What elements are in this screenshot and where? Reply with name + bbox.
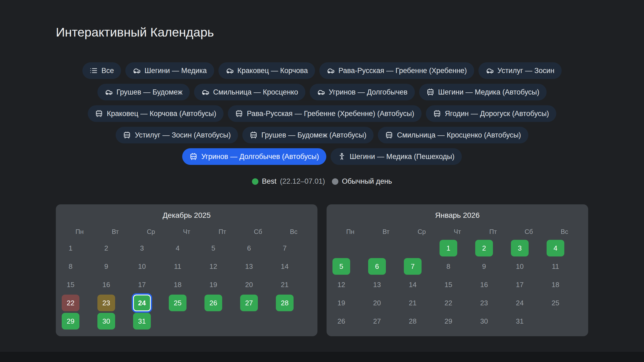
weekday-label: Чт (183, 229, 190, 235)
day-cell: 9 (97, 258, 115, 275)
day-cell: 16 (97, 276, 115, 293)
filter-row: ВсеШегини — МедикаКраковец — КорчоваРава… (82, 62, 562, 79)
bus-icon (426, 88, 434, 96)
filter-button-label: Краковец — Корчова (237, 67, 308, 75)
filter-button[interactable]: Рава-Русская — Гребенне (Хребенне) (319, 62, 474, 79)
filter-button[interactable]: Шегини — Медика (Пешеходы) (331, 148, 462, 165)
day-cell: 18 (547, 276, 564, 293)
filter-button[interactable]: Рава-Русская — Гребенне (Хребенне) (Авто… (228, 105, 422, 122)
weekday-label: Чт (454, 229, 461, 235)
day-cell: 20 (368, 295, 386, 311)
day-cell[interactable]: 6 (368, 258, 386, 275)
day-cell[interactable]: 29 (62, 313, 79, 330)
empty-day-cell (169, 313, 186, 330)
bus-icon (433, 110, 441, 118)
filter-button[interactable]: Грушев — Будомеж (Автобусы) (242, 127, 374, 143)
day-cell: 24 (511, 295, 529, 311)
filter-row: Грушев — БудомежСмильница — КросценкоУгр… (97, 84, 547, 100)
car-icon (486, 67, 494, 75)
day-cell[interactable]: 30 (97, 313, 115, 330)
week-row: 12131415161718 (327, 276, 588, 293)
day-cell: 8 (62, 258, 79, 275)
filter-row: Краковец — Корчова (Автобусы)Рава-Русска… (88, 105, 556, 122)
car-icon (327, 67, 335, 75)
day-cell: 30 (475, 313, 493, 330)
day-cell: 14 (276, 258, 294, 275)
day-cell: 13 (368, 276, 386, 293)
day-cell: 12 (332, 276, 350, 293)
weekday-label: Вт (112, 229, 119, 235)
day-cell: 4 (169, 240, 186, 256)
filter-button[interactable]: Ягодин — Дорогуск (Автобусы) (426, 105, 556, 122)
day-cell: 20 (240, 276, 258, 293)
car-icon (201, 88, 209, 96)
weekday-label: Вс (290, 229, 297, 235)
week-row: 1234567 (56, 240, 317, 256)
day-cell[interactable]: 26 (204, 295, 222, 311)
day-cell: 19 (332, 295, 350, 311)
day-cell[interactable]: 24 (133, 295, 151, 311)
filter-button[interactable]: Смильница — Кросценко (194, 84, 305, 100)
filter-button-label: Шегини — Медика (Автобусы) (438, 88, 539, 96)
bus-icon (235, 110, 243, 118)
legend-item-best: Best (22.12–07.01) (252, 177, 325, 186)
day-cell[interactable]: 2 (475, 240, 493, 256)
empty-day-cell (204, 313, 222, 330)
filter-button-label: Рава-Русская — Гребенне (Хребенне) (338, 67, 467, 75)
filter-button[interactable]: Угринов — Долгобычев (Автобусы) (182, 148, 326, 165)
week-row: 891011121314 (56, 258, 317, 275)
weekday-label: Ср (147, 229, 155, 235)
filter-button[interactable]: Шегини — Медика (Автобусы) (419, 84, 547, 100)
legend-normal-label: Обычный день (342, 177, 392, 186)
day-cell[interactable]: 28 (276, 295, 294, 311)
day-cell[interactable]: 31 (133, 313, 151, 330)
filter-button[interactable]: Устилуг — Зосин (Автобусы) (116, 127, 238, 143)
day-cell: 6 (240, 240, 258, 256)
normal-day-dot (332, 178, 338, 185)
day-cell: 19 (204, 276, 222, 293)
weekday-label: Сб (254, 229, 262, 235)
month-title: Январь 2026 (327, 211, 588, 220)
filter-button-label: Шегини — Медика (Пешеходы) (350, 153, 455, 161)
weekday-row: ПнВтСрЧтПтСбВс (327, 229, 588, 235)
day-cell: 14 (404, 276, 422, 293)
day-cell[interactable]: 27 (240, 295, 258, 311)
day-cell: 22 (440, 295, 457, 311)
filter-button[interactable]: Угринов — Долгобычев (310, 84, 415, 100)
filter-button[interactable]: Устилуг — Зосин (478, 62, 562, 79)
day-cell[interactable]: 7 (404, 258, 422, 275)
day-cell: 12 (204, 258, 222, 275)
day-cell: 11 (547, 258, 564, 275)
filter-button[interactable]: Все (82, 62, 121, 79)
day-cell: 17 (133, 276, 151, 293)
day-cell: 17 (511, 276, 529, 293)
day-cell: 10 (133, 258, 151, 275)
bus-icon (385, 131, 393, 139)
empty-day-cell (276, 313, 294, 330)
day-cell: 15 (440, 276, 457, 293)
day-cell[interactable]: 3 (511, 240, 529, 256)
weekday-label: Пт (218, 229, 226, 235)
filter-button[interactable]: Краковец — Корчова (Автобусы) (88, 105, 224, 122)
day-cell: 5 (204, 240, 222, 256)
bus-icon (123, 131, 131, 139)
filter-button-label: Шегини — Медика (144, 67, 207, 75)
filter-button[interactable]: Краковец — Корчова (218, 62, 315, 79)
day-cell: 16 (475, 276, 493, 293)
day-cell[interactable]: 22 (62, 295, 79, 311)
filter-button[interactable]: Смильница — Кросценко (Автобусы) (378, 127, 528, 143)
legend: Best (22.12–07.01) Обычный день (0, 177, 644, 186)
weekday-row: ПнВтСрЧтПтСбВс (56, 229, 317, 235)
filter-button-label: Краковец — Корчова (Автобусы) (107, 110, 216, 118)
filter-button[interactable]: Шегини — Медика (125, 62, 214, 79)
day-cell[interactable]: 5 (332, 258, 350, 275)
day-cell: 15 (62, 276, 79, 293)
car-icon (226, 67, 234, 75)
filter-button-label: Угринов — Долгобычев (Автобусы) (201, 153, 319, 161)
day-cell[interactable]: 25 (169, 295, 186, 311)
filter-button[interactable]: Грушев — Будомеж (97, 84, 190, 100)
day-cell[interactable]: 1 (440, 240, 457, 256)
day-cell: 10 (511, 258, 529, 275)
day-cell[interactable]: 4 (547, 240, 564, 256)
day-cell[interactable]: 23 (97, 295, 115, 311)
